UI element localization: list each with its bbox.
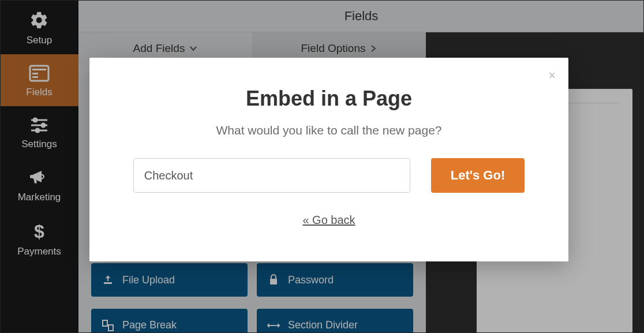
app-root: Setup Fields Settings Marketing $ Paymen…: [0, 0, 644, 333]
close-button[interactable]: ×: [548, 68, 556, 83]
page-name-input[interactable]: [133, 158, 410, 193]
close-icon: ×: [548, 68, 556, 83]
embed-modal: × Embed in a Page What would you like to…: [89, 58, 568, 261]
lets-go-button[interactable]: Let's Go!: [431, 158, 525, 193]
modal-input-row: Let's Go!: [124, 158, 534, 193]
go-back-link[interactable]: « Go back: [124, 214, 534, 227]
modal-subtitle: What would you like to call the new page…: [124, 124, 534, 137]
modal-title: Embed in a Page: [124, 87, 534, 111]
